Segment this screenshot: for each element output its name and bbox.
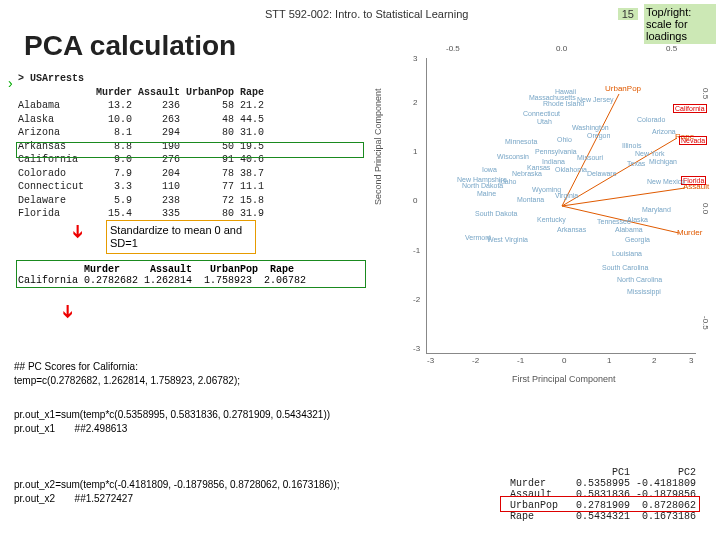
vec-murder: Murder [677, 228, 702, 237]
state-california: California [673, 104, 707, 113]
state-pt: Utah [537, 118, 552, 125]
state-pt: Missouri [577, 154, 603, 161]
state-pt: Wyoming [532, 186, 561, 193]
x-axis-label: First Principal Component [512, 374, 616, 384]
state-pt: Arizona [652, 128, 676, 135]
table-row: Arizona 8.1 294 80 31.0 [18, 126, 264, 140]
page-number: 15 [618, 8, 638, 20]
state-nevada: Nevada [679, 136, 707, 145]
state-pt: Arkansas [557, 226, 586, 233]
state-pt: Pennsylvania [535, 148, 577, 155]
std-row-highlight [16, 260, 366, 288]
loadings-header: PC1 PC2 [510, 467, 696, 478]
state-pt: North Carolina [617, 276, 662, 283]
state-pt: Vermont [465, 234, 491, 241]
state-pt: Massachusetts [529, 94, 576, 101]
loadings-row: Murder 0.5358995 -0.4181809 [510, 478, 696, 489]
down-arrow-icon: ➔ [67, 224, 89, 239]
code-block-pc1: pr.out_x1=sum(temp*c(0.5358995, 0.583183… [14, 408, 384, 435]
state-pt: Georgia [625, 236, 650, 243]
standardize-note: Standardize to mean 0 and SD=1 [106, 220, 256, 254]
state-pt: Connecticut [523, 110, 560, 117]
table-header: Murder Assault UrbanPop Rape [18, 86, 264, 100]
state-pt: Illinois [622, 142, 641, 149]
table-row: Colorado 7.9 204 78 38.7 [18, 167, 264, 181]
y-axis-label: Second Principal Component [373, 88, 383, 205]
state-pt: Minnesota [505, 138, 537, 145]
table-row: Alaska 10.0 263 48 44.5 [18, 113, 264, 127]
down-arrow-icon: ➔ [57, 304, 79, 319]
state-pt: Oklahoma [555, 166, 587, 173]
state-pt: Ohio [557, 136, 572, 143]
urbanpop-loading-highlight [500, 496, 700, 512]
state-pt: Washington [572, 124, 609, 131]
state-pt: New Mexico [647, 178, 685, 185]
table-row: Alabama 13.2 236 58 21.2 [18, 99, 264, 113]
state-pt: Indiana [542, 158, 565, 165]
state-pt: Maine [477, 190, 496, 197]
course-label: STT 592-002: Intro. to Statistical Learn… [265, 8, 468, 20]
state-pt: Nebraska [512, 170, 542, 177]
code-block-pc2: pr.out_x2=sum(temp*c(-0.4181809, -0.1879… [14, 478, 384, 505]
loadings-table: PC1 PC2 Murder 0.5358995 -0.4181809 Assa… [510, 467, 696, 522]
state-pt: Maryland [642, 206, 671, 213]
state-pt: Tennessee [597, 218, 631, 225]
pca-biplot: Second Principal Component First Princip… [396, 30, 712, 370]
state-pt: Hawaii [555, 88, 576, 95]
state-pt: Delaware [587, 170, 617, 177]
state-pt: North Dakota [462, 182, 503, 189]
state-pt: Idaho [499, 178, 517, 185]
state-pt: New Jersey [577, 96, 614, 103]
state-pt: West Virginia [487, 236, 528, 243]
table-prompt: > USArrests [18, 72, 264, 86]
state-pt: Montana [517, 196, 544, 203]
state-pt: Oregon [587, 132, 610, 139]
state-pt: South Carolina [602, 264, 648, 271]
state-pt: Kentucky [537, 216, 566, 223]
state-pt: South Dakota [475, 210, 517, 217]
state-pt: Colorado [637, 116, 665, 123]
state-pt: Michigan [649, 158, 677, 165]
biplot-area: Murder Assault Rape UrbanPop California … [426, 58, 696, 354]
page-title: PCA calculation [24, 30, 236, 62]
table-row: Connecticut 3.3 110 77 11.1 [18, 180, 264, 194]
loadings-row: Rape 0.5434321 0.1673186 [510, 511, 696, 522]
table-row: Delaware 5.9 238 72 15.8 [18, 194, 264, 208]
state-pt: Texas [627, 160, 645, 167]
table-row: Florida 15.4 335 80 31.9 [18, 207, 264, 221]
prompt-arrow-icon: › [8, 75, 13, 91]
state-pt: New York [635, 150, 665, 157]
california-row-highlight [16, 142, 364, 158]
state-pt: Iowa [482, 166, 497, 173]
state-pt: Mississippi [627, 288, 661, 295]
state-pt: Louisiana [612, 250, 642, 257]
state-pt: Kansas [527, 164, 550, 171]
vec-urbanpop: UrbanPop [605, 84, 641, 93]
state-pt: Alabama [615, 226, 643, 233]
svg-line-1 [562, 188, 685, 206]
state-pt: Virginia [555, 192, 578, 199]
state-pt: Wisconsin [497, 153, 529, 160]
code-block-scores: ## PC Scores for California: temp=c(0.27… [14, 360, 384, 387]
